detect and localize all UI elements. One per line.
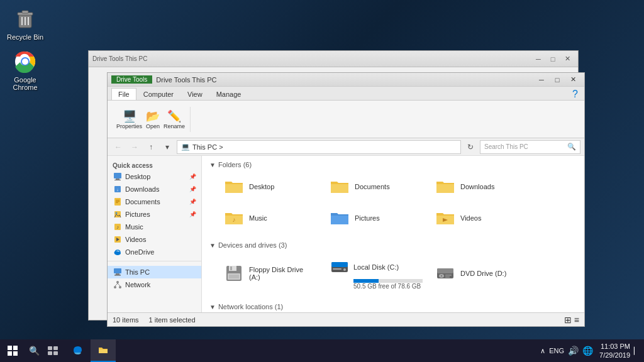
svg-point-8 [22, 58, 28, 65]
folder-documents-icon [330, 177, 350, 197]
folder-pictures-label: Pictures [355, 214, 380, 222]
properties-button[interactable]: 🖥️ Properties [116, 109, 142, 129]
help-button[interactable]: ? [570, 89, 580, 99]
open-button[interactable]: 📂 Open [146, 109, 160, 129]
show-desktop-button[interactable]: ▏ [634, 347, 639, 355]
close-btn-back[interactable]: ✕ [560, 54, 574, 64]
devices-section-header[interactable]: ▼ Devices and drives (3) [209, 241, 577, 249]
folder-desktop[interactable]: Desktop [219, 173, 320, 200]
svg-rect-27 [116, 273, 119, 275]
folder-documents[interactable]: Documents [325, 173, 426, 200]
google-chrome-icon[interactable]: Google Chrome [5, 49, 45, 91]
desktop-label: Desktop [125, 173, 150, 180]
desktop-sidebar-icon [113, 172, 123, 182]
main-pane: ▼ Folders (6) Desktop Documents [202, 156, 584, 312]
folder-music[interactable]: ♪ Music [219, 205, 320, 231]
folders-section-header[interactable]: ▼ Folders (6) [209, 161, 577, 168]
recycle-bin-icon[interactable]: Recycle Bin [5, 6, 45, 41]
devices-grid: Floppy Disk Drive (A:) Local Disk (C:) [209, 254, 577, 293]
floppy-label: Floppy Disk Drive (A:) [249, 266, 316, 281]
tab-computer[interactable]: Computer [136, 88, 180, 100]
taskbar-search-button[interactable]: 🔍 [25, 339, 43, 362]
back-button[interactable]: ← [111, 140, 125, 154]
tab-file[interactable]: File [111, 88, 136, 100]
folder-videos-icon [435, 208, 455, 228]
thispc-sidebar-icon [113, 267, 123, 277]
view-buttons: ⊞ ≡ [564, 315, 579, 325]
folder-videos[interactable]: Videos [431, 205, 531, 231]
sidebar-item-onedrive[interactable]: OneDrive [108, 246, 201, 258]
svg-rect-61 [48, 351, 52, 355]
svg-rect-60 [53, 346, 58, 350]
svg-rect-46 [437, 268, 453, 273]
status-item-count: 10 items [113, 316, 139, 324]
close-button[interactable]: ✕ [565, 74, 580, 85]
svg-rect-50 [445, 277, 450, 278]
sidebar-item-videos[interactable]: Videos [108, 233, 201, 246]
drive-dvd[interactable]: DVD Drive (D:) [431, 254, 531, 293]
folder-pictures[interactable]: Pictures [325, 205, 426, 231]
minimize-btn-back[interactable]: ─ [531, 54, 545, 64]
sidebar-item-pictures[interactable]: Pictures 📌 [108, 208, 201, 221]
network-section-header[interactable]: ▼ Network locations (1) [209, 303, 577, 310]
folders-label: Folders (6) [218, 161, 252, 168]
refresh-button[interactable]: ↻ [464, 140, 477, 154]
pin-icon: 📌 [189, 173, 196, 180]
svg-text:♪: ♪ [233, 216, 236, 223]
search-bar[interactable]: Search This PC 🔍 [480, 140, 580, 154]
drive-local-c[interactable]: Local Disk (C:) 50.5 GB free of 78.6 GB [325, 254, 426, 293]
tray-icons: ∧ ENG 🔊 🌐 [540, 346, 593, 356]
sidebar-item-downloads[interactable]: ↓ Downloads 📌 [108, 183, 201, 195]
pictures-sidebar-icon [113, 209, 123, 219]
svg-point-19 [116, 212, 118, 214]
taskbar-clock[interactable]: 11:03 PM 7/29/2019 [599, 342, 630, 360]
task-view-button[interactable] [43, 339, 63, 362]
music-label: Music [125, 223, 143, 231]
folder-downloads-label: Downloads [460, 183, 494, 190]
large-icons-view-button[interactable]: ⊞ [564, 315, 572, 325]
recent-locations-button[interactable]: ▾ [160, 140, 174, 154]
svg-line-32 [115, 283, 118, 286]
sidebar-item-thispc[interactable]: This PC [108, 266, 201, 278]
taskbar-edge[interactable] [65, 339, 91, 362]
ribbon-content: 🖥️ Properties 📂 Open ✏️ Rename [108, 101, 584, 138]
svg-rect-2 [22, 11, 28, 13]
tab-view[interactable]: View [180, 88, 209, 100]
thispc-label: This PC [125, 268, 150, 276]
dvd-icon [435, 263, 455, 283]
onedrive-sidebar-icon [113, 247, 123, 257]
tray-volume-icon[interactable]: 🔊 [568, 346, 579, 356]
folder-downloads[interactable]: Downloads [431, 173, 531, 200]
tray-up-arrow[interactable]: ∧ [540, 347, 545, 355]
pc-icon: 💻 [181, 143, 190, 151]
devices-label: Devices and drives (3) [218, 241, 287, 249]
folder-videos-label: Videos [460, 214, 481, 222]
window-controls: ─ □ ✕ [534, 74, 580, 85]
documents-label: Documents [125, 198, 160, 206]
svg-rect-44 [333, 268, 341, 270]
minimize-button[interactable]: ─ [534, 74, 549, 85]
maximize-button[interactable]: □ [550, 74, 565, 85]
documents-sidebar-icon [113, 197, 123, 207]
videos-sidebar-icon [113, 234, 123, 244]
folders-chevron: ▼ [209, 162, 216, 168]
maximize-btn-back[interactable]: □ [546, 54, 560, 64]
sidebar-item-desktop[interactable]: Desktop 📌 [108, 170, 201, 183]
sidebar-item-music[interactable]: ♪ Music [108, 221, 201, 233]
forward-button[interactable]: → [128, 140, 142, 154]
drive-floppy[interactable]: Floppy Disk Drive (A:) [219, 254, 320, 293]
up-button[interactable]: ↑ [144, 140, 158, 154]
window-back-titlebar: Drive Tools This PC ─ □ ✕ [89, 51, 578, 67]
rename-button[interactable]: ✏️ Rename [164, 109, 185, 129]
svg-point-48 [441, 275, 442, 277]
sidebar-item-network[interactable]: Network [108, 278, 201, 291]
search-placeholder: Search This PC [484, 143, 528, 150]
svg-rect-9 [114, 173, 121, 178]
tray-network-icon[interactable]: 🌐 [582, 346, 593, 356]
sidebar-item-documents[interactable]: Documents 📌 [108, 195, 201, 208]
tab-manage[interactable]: Manage [209, 88, 248, 100]
taskbar-file-explorer[interactable] [91, 339, 116, 362]
start-button[interactable] [0, 339, 25, 362]
address-bar[interactable]: 💻 This PC > [177, 140, 461, 154]
details-view-button[interactable]: ≡ [574, 315, 579, 325]
